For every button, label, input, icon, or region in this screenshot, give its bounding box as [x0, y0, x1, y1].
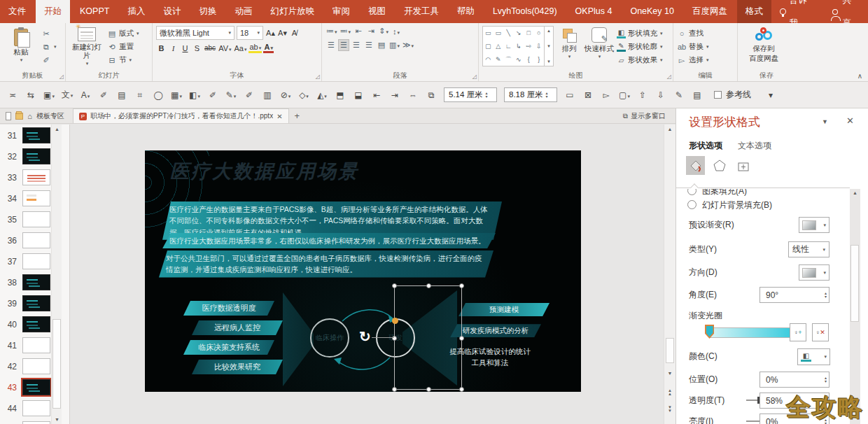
center-objects-icon[interactable]: ⇔ [405, 90, 421, 100]
align-right-objects-icon[interactable]: ⇥ [386, 90, 403, 100]
menu-tab[interactable]: 插入 [119, 0, 153, 23]
section-icon[interactable]: ⊟节▾ [107, 55, 139, 66]
canvas-scroll-thumb[interactable] [666, 338, 674, 363]
paste-button[interactable]: 粘贴▾ [4, 26, 38, 71]
shrink-font-icon[interactable]: A▾ [277, 29, 288, 38]
picture-icon[interactable]: ▤ [113, 90, 130, 100]
distribute-icon[interactable]: ▤ [376, 40, 387, 50]
menu-tab[interactable]: KOPPT [71, 0, 118, 23]
menu-tab[interactable]: 视图 [360, 0, 394, 23]
bucket-fill-icon[interactable]: ◧▾ [186, 90, 203, 100]
strikethrough-button[interactable]: abc [204, 44, 216, 52]
text-eyedropper-icon[interactable]: ✐ [95, 90, 112, 100]
align-shapes-icon[interactable]: ≍ [4, 90, 21, 100]
menu-tab[interactable]: 帮助 [449, 0, 483, 23]
menu-tab[interactable]: 格式 [737, 0, 771, 23]
shape-outline-button[interactable]: ✎形状轮廓▾ [617, 41, 663, 52]
resize-handle[interactable] [459, 336, 464, 341]
scroll-down-icon[interactable]: ▼ [52, 417, 62, 422]
resize-handle[interactable] [426, 283, 431, 288]
shape-gallery[interactable]: ▭▭╲↘□○▢△∟↳⇨⇩◠✎⌒∿{} ▴▾▾ [482, 26, 554, 66]
background-fill-radio[interactable] [687, 200, 696, 209]
fill-eyedropper-icon[interactable]: ✐ [204, 90, 221, 100]
resize-handle[interactable] [459, 387, 464, 392]
thumbnail-scrollbar[interactable]: ▲ ▼ [51, 125, 62, 424]
shape-cell[interactable]: ⇨ [524, 40, 534, 53]
send-backward-icon[interactable]: ⬓ [350, 90, 367, 100]
shape-cell[interactable]: ○ [534, 27, 545, 40]
shape-cell[interactable]: ⌒ [503, 53, 514, 66]
format-painter-icon[interactable]: ✐ [41, 55, 57, 66]
rotate-3d-icon[interactable]: ◭▾ [314, 90, 330, 100]
change-case-button[interactable]: Aa▾ [234, 44, 248, 52]
scroll-up-icon[interactable]: ▲ [52, 127, 62, 132]
next-slide-icon[interactable]: ▼▼ [664, 406, 676, 413]
find-icon[interactable]: ○查找 [677, 28, 709, 39]
shape-width-input[interactable]: 5.14 厘米▴▾ [444, 87, 497, 102]
template-zone-label[interactable]: 模板专区 [36, 111, 64, 121]
menu-tab[interactable]: 幻灯片放映 [262, 0, 323, 23]
panel-scroll-thumb[interactable] [850, 245, 859, 322]
text-direction-icon[interactable]: ↕▾ [391, 27, 402, 36]
shape-cell[interactable]: ✎ [493, 53, 504, 66]
rotate-handle-icon[interactable]: ↻ [359, 328, 371, 345]
outline-pen-icon[interactable]: ✎▾ [223, 90, 239, 100]
arrange-button[interactable]: 排列▾ [556, 26, 582, 71]
cut-icon[interactable]: ✂ [41, 28, 57, 39]
menu-tab[interactable]: OneKey 10 [622, 0, 682, 23]
resize-handle[interactable] [392, 283, 397, 288]
shadow-button[interactable]: S [192, 44, 202, 52]
shape-height-input[interactable]: 8.18 厘米▴▾ [504, 87, 557, 102]
text-frame-icon[interactable]: 文▾ [59, 89, 76, 101]
effects-icon[interactable] [710, 156, 729, 175]
multi-window-button[interactable]: ⧉显示多窗口 [623, 111, 676, 121]
align-center-icon[interactable]: ☰ [338, 39, 349, 51]
menu-tab[interactable]: 审阅 [324, 0, 358, 23]
align-left-icon[interactable]: ☰ [326, 40, 337, 50]
open-folder-icon[interactable] [15, 113, 23, 120]
shape-cell[interactable]: { [524, 53, 534, 66]
menu-tab[interactable]: 开始 [36, 0, 70, 23]
indent-icon[interactable]: ⇥ [365, 26, 377, 36]
replace-icon[interactable]: ab替换▾ [677, 41, 709, 52]
toolbar-overflow-icon[interactable]: ▾ [762, 90, 779, 100]
drawing-dialog-launcher[interactable]: ◿ [667, 73, 671, 80]
highlight-button[interactable]: ab▾ [248, 43, 262, 53]
shape-cell[interactable]: ╲ [503, 27, 514, 40]
picture-disabled-icon[interactable]: ▤ [689, 90, 706, 100]
paragraph-dialog-launcher[interactable]: ◿ [472, 73, 477, 80]
oval-shape-icon[interactable]: ◯ [150, 90, 167, 100]
shape-cell[interactable]: ▢ [483, 40, 493, 53]
shape-cell[interactable]: ↘ [514, 27, 524, 40]
grow-font-icon[interactable]: A▴ [265, 29, 276, 38]
thumbnail-scroll-thumb[interactable] [52, 319, 61, 409]
document-tab[interactable]: P 职场中，必须掌握的PPT冷门技巧，看看你知道几个！.pptx ✕ [73, 108, 289, 123]
shape-cell[interactable]: ◠ [483, 53, 493, 66]
selection-box[interactable] [394, 285, 462, 390]
char-spacing-button[interactable]: AV▾ [218, 44, 232, 52]
swap-size-icon[interactable]: ⇆ [22, 90, 39, 100]
fill-line-icon[interactable] [686, 156, 705, 175]
resize-handle[interactable] [392, 387, 397, 392]
shape-cell[interactable]: } [534, 53, 545, 66]
line-spacing-icon[interactable]: ⇕▾ [378, 26, 389, 36]
menu-tab[interactable]: 开发工具 [396, 0, 447, 23]
no-fill-icon[interactable]: ⊘▾ [277, 90, 294, 100]
size-properties-icon[interactable] [734, 156, 752, 175]
raise-object-icon[interactable]: ⇧ [634, 90, 651, 100]
angle-input[interactable]: 90°▴▾ [760, 287, 830, 303]
numbering-icon[interactable]: ≕▾ [340, 26, 352, 36]
tab-shape-options[interactable]: 形状选项 [689, 140, 722, 152]
font-size-select[interactable]: 18▾ [237, 26, 263, 40]
textbox-style-icon[interactable]: ▣▾ [41, 90, 57, 100]
menu-tab[interactable]: 设计 [155, 0, 189, 23]
columns-icon[interactable]: ▥▾ [388, 40, 400, 50]
font-name-select[interactable]: 微软雅黑 Light▾ [156, 26, 234, 40]
shape-cell[interactable]: ⇩ [534, 40, 545, 53]
pattern-fill-radio[interactable] [687, 189, 696, 195]
gradient-type-dropdown[interactable]: 线性▾ [788, 241, 830, 257]
font-color-icon[interactable]: A▾ [77, 90, 94, 100]
preset-gradient-dropdown[interactable]: ▾ [799, 217, 830, 233]
shape-cell[interactable]: ∿ [514, 53, 524, 66]
menu-tab[interactable]: 切换 [190, 0, 225, 23]
